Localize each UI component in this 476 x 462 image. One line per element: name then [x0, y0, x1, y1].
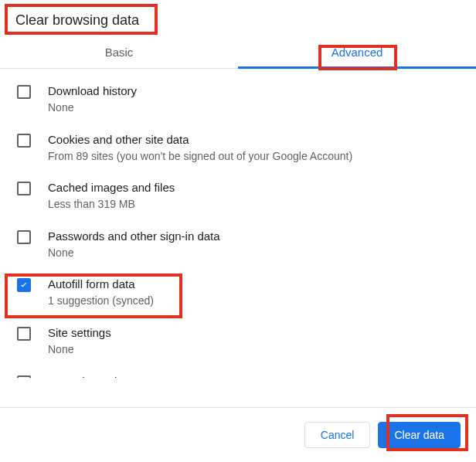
clear-browsing-data-dialog: Clear browsing data Basic Advanced Downl… — [0, 0, 476, 378]
dialog-footer: Cancel Clear data — [0, 407, 476, 462]
item-text: Hosted app data — [48, 373, 133, 378]
item-text: Cookies and other site data From 89 site… — [48, 131, 352, 165]
checkbox-site-settings[interactable] — [17, 327, 31, 341]
tabs: Basic Advanced — [0, 36, 476, 69]
item-label: Autofill form data — [48, 276, 154, 292]
clear-data-button[interactable]: Clear data — [378, 422, 461, 448]
item-text: Passwords and other sign-in data None — [48, 228, 220, 261]
item-sub: None — [48, 246, 220, 261]
item-cached: Cached images and files Less than 319 MB — [0, 172, 476, 220]
item-sub: None — [48, 342, 111, 358]
item-label: Cached images and files — [48, 179, 175, 195]
item-passwords: Passwords and other sign-in data None — [0, 220, 476, 269]
item-hosted-app-data: Hosted app data — [0, 365, 476, 378]
options-list: Download history None Cookies and other … — [0, 69, 476, 378]
item-site-settings: Site settings None — [0, 317, 476, 365]
item-label: Site settings — [48, 324, 111, 341]
item-text: Download history None — [48, 83, 137, 116]
checkbox-hosted-app-data[interactable] — [17, 375, 31, 378]
checkbox-download-history[interactable] — [17, 85, 31, 99]
item-cookies: Cookies and other site data From 89 site… — [0, 124, 476, 172]
item-download-history: Download history None — [0, 75, 476, 124]
item-sub: Less than 319 MB — [48, 197, 175, 212]
item-label: Download history — [48, 83, 137, 99]
checkbox-cached[interactable] — [17, 182, 31, 195]
checkbox-passwords[interactable] — [17, 230, 31, 244]
item-sub: None — [48, 100, 137, 116]
cancel-button[interactable]: Cancel — [304, 422, 371, 448]
dialog-title: Clear browsing data — [0, 0, 476, 36]
check-icon — [19, 280, 29, 290]
tab-advanced[interactable]: Advanced — [238, 36, 476, 68]
item-label: Passwords and other sign-in data — [48, 228, 220, 244]
tab-basic[interactable]: Basic — [0, 36, 238, 68]
item-sub: 1 suggestion (synced) — [48, 294, 154, 309]
item-autofill: Autofill form data 1 suggestion (synced) — [0, 268, 476, 317]
item-text: Autofill form data 1 suggestion (synced) — [48, 276, 154, 309]
item-label: Cookies and other site data — [48, 131, 352, 148]
item-text: Cached images and files Less than 319 MB — [48, 179, 175, 212]
checkbox-autofill[interactable] — [17, 278, 31, 292]
item-label: Hosted app data — [48, 373, 133, 378]
item-sub: From 89 sites (you won't be signed out o… — [48, 149, 352, 165]
checkbox-cookies[interactable] — [17, 134, 31, 148]
item-text: Site settings None — [48, 324, 111, 358]
